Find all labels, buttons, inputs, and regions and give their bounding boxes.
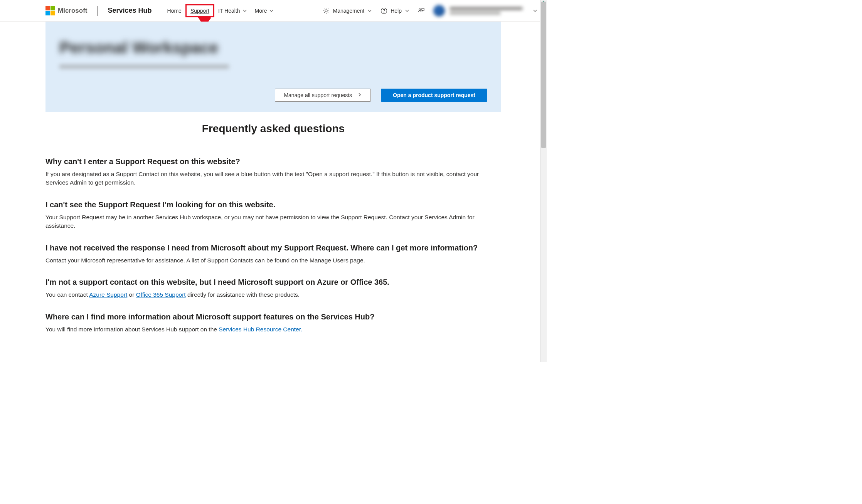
office365-support-link[interactable]: Office 365 Support xyxy=(136,291,186,298)
faq-answer: You will find more information about Ser… xyxy=(45,325,501,334)
avatar xyxy=(433,5,445,17)
nav-management[interactable]: Management xyxy=(323,7,372,14)
primary-nav: Home Support IT Health More xyxy=(163,4,278,17)
chevron-down-icon[interactable] xyxy=(533,8,537,13)
nav-support-label: Support xyxy=(190,8,209,14)
faq-answer-text: directly for assistance with these produ… xyxy=(186,291,300,298)
faq-question: I'm not a support contact on this websit… xyxy=(45,278,501,287)
faq-answer: If you are designated as a Support Conta… xyxy=(45,170,501,187)
feedback-icon[interactable] xyxy=(418,7,425,14)
microsoft-logo-text: Microsoft xyxy=(58,7,88,15)
faq-section: Frequently asked questions Why can't I e… xyxy=(45,112,501,362)
chevron-right-icon xyxy=(357,92,362,98)
gear-icon xyxy=(323,7,330,14)
nav-more[interactable]: More xyxy=(251,4,278,17)
svg-point-3 xyxy=(419,8,421,10)
vertical-divider xyxy=(98,6,98,16)
faq-item: Where can I find more information about … xyxy=(45,312,501,334)
faq-item: I can't see the Support Request I'm look… xyxy=(45,200,501,230)
svg-point-1 xyxy=(381,8,387,13)
microsoft-logo-icon xyxy=(45,6,55,15)
faq-answer-text: You can contact xyxy=(45,291,89,298)
svg-point-2 xyxy=(384,12,384,13)
svg-point-0 xyxy=(325,10,327,12)
nav-more-label: More xyxy=(255,8,267,14)
faq-heading: Frequently asked questions xyxy=(45,123,501,135)
user-info-redacted xyxy=(450,7,523,15)
nav-home[interactable]: Home xyxy=(163,4,185,17)
hero-title-blurred: Personal Workspace xyxy=(59,39,487,57)
scrollbar[interactable]: ▲ ▼ xyxy=(540,0,547,362)
faq-answer-text: or xyxy=(127,291,136,298)
user-menu[interactable] xyxy=(433,5,523,17)
azure-support-link[interactable]: Azure Support xyxy=(89,291,127,298)
hero-subtitle-blurred xyxy=(59,62,229,71)
faq-answer: Contact your Microsoft representative fo… xyxy=(45,256,501,265)
manage-requests-button[interactable]: Manage all support requests xyxy=(275,89,371,102)
nav-it-health-label: IT Health xyxy=(218,8,240,14)
nav-home-label: Home xyxy=(167,8,182,14)
top-nav-bar: Microsoft Services Hub Home Support IT H… xyxy=(0,0,547,22)
microsoft-logo[interactable]: Microsoft xyxy=(45,6,88,15)
open-support-request-label: Open a product support request xyxy=(393,92,475,98)
product-title[interactable]: Services Hub xyxy=(108,7,152,15)
faq-question: Where can I find more information about … xyxy=(45,312,501,321)
scrollbar-thumb[interactable] xyxy=(541,2,546,148)
faq-item: Why can't I enter a Support Request on t… xyxy=(45,157,501,187)
hero-banner: Personal Workspace Manage all support re… xyxy=(45,22,501,112)
chevron-down-icon xyxy=(405,8,409,13)
nav-it-health[interactable]: IT Health xyxy=(214,4,251,17)
open-support-request-button[interactable]: Open a product support request xyxy=(381,89,487,102)
faq-answer-text: You will find more information about Ser… xyxy=(45,326,219,333)
faq-item: I'm not a support contact on this websit… xyxy=(45,278,501,299)
help-icon xyxy=(380,7,387,14)
faq-answer: Your Support Request may be in another S… xyxy=(45,213,501,230)
nav-management-label: Management xyxy=(333,8,364,14)
chevron-down-icon xyxy=(242,8,247,13)
nav-support[interactable]: Support xyxy=(185,4,214,17)
faq-question: Why can't I enter a Support Request on t… xyxy=(45,157,501,166)
chevron-down-icon xyxy=(269,8,274,13)
faq-item: I have not received the response I need … xyxy=(45,244,501,265)
nav-help[interactable]: Help xyxy=(380,7,409,14)
faq-question: I can't see the Support Request I'm look… xyxy=(45,200,501,209)
faq-question: I have not received the response I need … xyxy=(45,244,501,252)
nav-help-label: Help xyxy=(391,8,402,14)
faq-answer: You can contact Azure Support or Office … xyxy=(45,291,501,299)
resource-center-link[interactable]: Services Hub Resource Center. xyxy=(219,326,302,333)
manage-requests-label: Manage all support requests xyxy=(284,92,352,98)
chevron-down-icon xyxy=(367,8,372,13)
